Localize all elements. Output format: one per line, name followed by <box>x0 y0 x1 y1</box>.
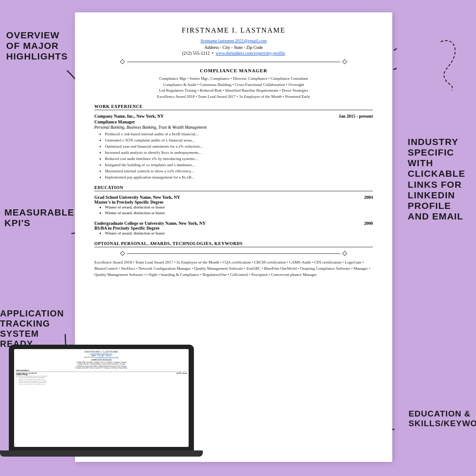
bullet-6: Instigated the building of xx templates … <box>105 162 373 168</box>
label-education: EDUCATION &SKILLS/KEYWORDS <box>409 409 472 428</box>
grad-school-name: Grad School University Name, New York, N… <box>94 195 180 200</box>
laptop-mockup: FIRSTNAME I. LASTNAME firstname.lastname… <box>9 345 194 464</box>
bullet-7: Maximized internal controls to show a xx… <box>105 168 373 175</box>
resume-header: FIRSTNAME I. LASTNAME firstname.lastname… <box>94 26 373 56</box>
resume-linkedin[interactable]: www.theladders.com/expert/my-profile <box>216 51 285 56</box>
diamond-line-2 <box>127 253 340 254</box>
laptop-screen-outer: FIRSTNAME I. LASTNAME firstname.lastname… <box>9 345 194 450</box>
bullet-8: Implemented pay application management f… <box>105 175 373 181</box>
bullet-2: Generated x SOX complaint audits of x fi… <box>105 138 373 144</box>
resume-contact: (212) 555-1212 • www.theladders.com/expe… <box>94 51 373 56</box>
job-dates: Jan 2015 - present <box>338 114 373 119</box>
keywords-line3: Led Regulatory Testing • Reduced Risk • … <box>94 88 373 94</box>
page-wrapper: OVERVIEW OF MAJOR HIGHLIGHTS MEASURABLEK… <box>0 0 476 476</box>
work-experience-header: WORK EXPERIENCE <box>94 104 373 110</box>
bullet-4: Increased audit analysis to identify $xx… <box>105 150 373 156</box>
company-name: Company Name, Inc., New York, NY <box>94 114 164 119</box>
optional-header: OPTIONAL PERSONAL, AWARDS, TECHNOLOGIES,… <box>94 241 373 247</box>
keywords-section: Compliance Mgr • Senior Mgr., Compliance… <box>94 76 373 100</box>
undergrad-year: 2000 <box>364 221 373 226</box>
laptop-screen-inner: FIRSTNAME I. LASTNAME firstname.lastname… <box>14 349 189 447</box>
grad-degree: Master's in Precisely Specific Degree <box>94 200 373 205</box>
undergrad-line: Undergraduate College or University Name… <box>94 221 373 226</box>
job-title-section: COMPLIANCE MANAGER <box>94 68 373 73</box>
job-title-line: Compliance Manager <box>94 119 373 124</box>
resume-phone: (212) 555-1212 <box>182 51 210 56</box>
label-measurable: MEASURABLEKPI'S <box>4 207 73 228</box>
company-line: Company Name, Inc., New York, NY Jan 201… <box>94 114 373 119</box>
optional-text: Excellence Award 2018 • Team Lead Award … <box>94 260 373 278</box>
grad-year: 2004 <box>364 195 373 200</box>
label-industry: INDUSTRYSPECIFICWITHCLICKABLELINKS FORLI… <box>408 137 472 222</box>
bullet-5: Reduced cost audit timelines x% by intro… <box>105 156 373 162</box>
grad-bullets: Winner of award, distinction or honor Wi… <box>94 205 373 217</box>
bullet-3: Optimized year-end financial statements … <box>105 144 373 150</box>
keywords-line1: Compliance Mgr • Senior Mgr., Compliance… <box>94 76 373 82</box>
undergrad-degree: BS/BA in Precisely Specific Degree <box>94 226 373 231</box>
resume-email[interactable]: firstname.lastname.2021@gmail.com <box>201 38 267 43</box>
grad-school-block: Grad School University Name, New York, N… <box>94 195 373 217</box>
resume-address: Address - City - State - Zip Code <box>94 45 373 50</box>
keywords-line2: Compliance & Audit • Consensus Building … <box>94 82 373 88</box>
laptop-mini-resume: FIRSTNAME I. LASTNAME firstname.lastname… <box>14 349 189 387</box>
undergrad-school-name: Undergraduate College or University Name… <box>94 221 205 226</box>
grad-school-line: Grad School University Name, New York, N… <box>94 195 373 200</box>
resume-name: FIRSTNAME I. LASTNAME <box>94 26 373 34</box>
work-bullets: Produced x risk-based internal audits of… <box>94 131 373 181</box>
undergrad-bullet-1: Winner of award, distinction or honor <box>105 231 373 237</box>
label-ats: APPLICATIONTRACKINGSYSTEMREADY <box>0 309 68 349</box>
diamond-left <box>120 59 125 64</box>
diamond-right-2 <box>342 251 347 256</box>
bullet-1: Produced x risk-based internal audits of… <box>105 131 373 138</box>
label-overview: OVERVIEW OF MAJOR HIGHLIGHTS <box>6 30 70 62</box>
undergrad-bullets: Winner of award, distinction or honor <box>94 231 373 237</box>
diamond-divider-bottom <box>121 252 346 255</box>
education-header: EDUCATION <box>94 185 373 191</box>
undergrad-block: Undergraduate College or University Name… <box>94 221 373 237</box>
diamond-line <box>127 62 340 62</box>
grad-bullet-1: Winner of award, distinction or honor <box>105 205 373 211</box>
diamond-right <box>342 59 347 64</box>
laptop-base <box>0 450 203 457</box>
job-industry: Personal Banking, Business Banking, Trus… <box>94 125 373 130</box>
keywords-line4: Excellence Award 2018 • Team Lead Award … <box>94 94 373 100</box>
diamond-divider-top <box>121 60 346 63</box>
grad-bullet-2: Winner of award, distinction or honor <box>105 210 373 216</box>
diamond-left-2 <box>120 251 125 256</box>
